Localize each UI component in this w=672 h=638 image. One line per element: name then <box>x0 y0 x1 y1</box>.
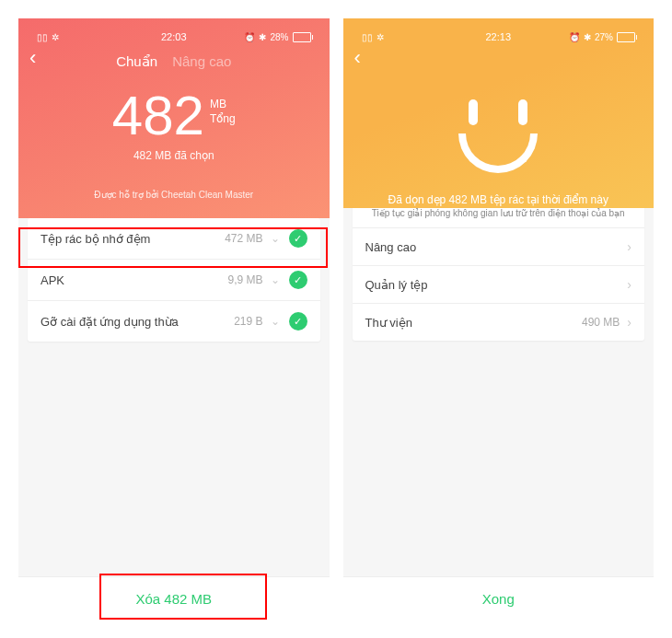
row-size: 9,9 MB <box>227 273 262 286</box>
row-label: Quản lý tệp <box>365 278 628 292</box>
junk-row-cache[interactable]: Tệp rác bộ nhớ đệm 472 MB ⌄ ✓ <box>28 218 320 260</box>
wifi-icon: ✲ <box>377 32 384 42</box>
junk-total: 482 MB Tổng <box>29 88 319 144</box>
status-time: 22:13 <box>485 31 511 42</box>
battery-pct: 28% <box>270 32 288 42</box>
chevron-right-icon: › <box>627 315 631 330</box>
tab-advanced[interactable]: Nâng cao <box>172 53 231 69</box>
check-icon[interactable]: ✓ <box>289 312 307 331</box>
chevron-down-icon: ⌄ <box>271 232 280 245</box>
clean-button[interactable]: Xóa 482 MB <box>18 576 330 620</box>
done-button[interactable]: Xong <box>343 576 655 620</box>
back-button[interactable]: ‹ <box>29 46 36 70</box>
junk-size-value: 482 <box>112 88 204 144</box>
row-label: APK <box>41 273 227 287</box>
battery-icon <box>293 32 311 42</box>
option-library[interactable]: Thư viện 490 MB › <box>353 304 645 341</box>
status-bar: ▯▯ ✲ 22:13 ⏰ ✱ 27% <box>354 28 643 46</box>
chevron-down-icon: ⌄ <box>271 315 280 328</box>
smile-icon <box>443 99 553 173</box>
row-size: 219 B <box>234 315 262 328</box>
junk-row-apk[interactable]: APK 9,9 MB ⌄ ✓ <box>28 260 320 301</box>
clean-button-label: Xóa 482 MB <box>135 591 212 607</box>
row-size: 490 MB <box>582 316 620 329</box>
junk-size-unit: MB <box>210 98 236 112</box>
bluetooth-icon: ✱ <box>259 32 266 42</box>
done-button-label: Xong <box>482 591 515 607</box>
row-label: Thư viện <box>365 316 582 330</box>
check-icon[interactable]: ✓ <box>289 229 307 248</box>
signal-icon: ▯▯ <box>37 32 48 42</box>
back-button[interactable]: ‹ <box>354 46 361 70</box>
alarm-icon: ⏰ <box>244 32 255 42</box>
row-label: Tệp rác bộ nhớ đệm <box>41 232 225 246</box>
chevron-down-icon: ⌄ <box>271 273 280 286</box>
bluetooth-icon: ✱ <box>584 32 591 42</box>
row-label: Gỡ cài đặt ứng dụng thừa <box>41 315 234 329</box>
chevron-right-icon: › <box>627 277 631 292</box>
tab-standard[interactable]: Chuẩn <box>116 53 157 69</box>
row-size: 472 MB <box>225 232 262 245</box>
cleaned-message: Đã dọn dẹp 482 MB tệp rác tại thời điểm … <box>354 193 643 206</box>
junk-row-uninstall[interactable]: Gỡ cài đặt ứng dụng thừa 219 B ⌄ ✓ <box>28 301 320 342</box>
sponsor-label: Được hỗ trợ bởi Cheetah Clean Master <box>29 190 319 200</box>
wifi-icon: ✲ <box>52 32 59 42</box>
status-bar: ▯▯ ✲ 22:03 ⏰ ✱ 28% <box>29 28 319 46</box>
tabs: Chuẩn Nâng cao <box>29 53 319 70</box>
alarm-icon: ⏰ <box>569 32 580 42</box>
battery-pct: 27% <box>595 32 613 42</box>
chevron-right-icon: › <box>627 239 631 254</box>
option-advanced[interactable]: Nâng cao › <box>353 228 645 266</box>
status-time: 22:03 <box>161 31 187 42</box>
check-icon[interactable]: ✓ <box>289 271 307 289</box>
junk-total-label: Tổng <box>210 112 236 127</box>
row-label: Nâng cao <box>365 240 628 254</box>
selected-label: 482 MB đã chọn <box>29 149 319 162</box>
option-file-manager[interactable]: Quản lý tệp › <box>353 266 645 304</box>
signal-icon: ▯▯ <box>362 32 373 42</box>
battery-icon <box>617 32 635 42</box>
